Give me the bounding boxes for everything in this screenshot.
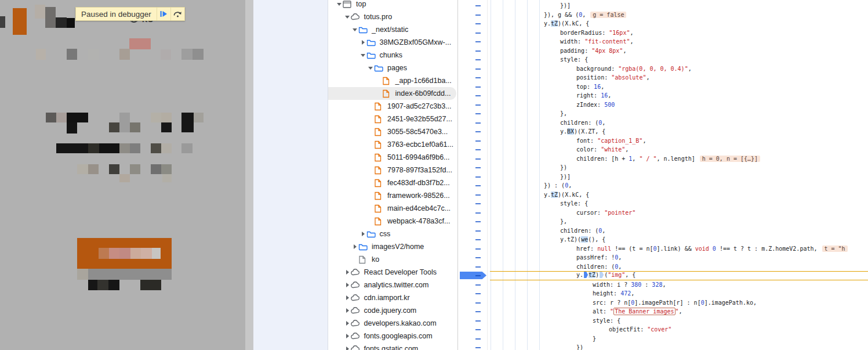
tree-item-react-developer-tools[interactable]: React Developer Tools <box>328 266 457 279</box>
code-line[interactable]: background: "rgba(0, 0, 0, 0.4)", <box>490 64 868 74</box>
chevron-down-icon[interactable] <box>344 13 351 20</box>
code-line[interactable]: } <box>490 334 868 344</box>
chevron-right-icon[interactable] <box>344 307 351 314</box>
tree-item-index-6b09fcdd-[interactable]: index-6b09fcdd... <box>328 87 456 100</box>
code-line[interactable]: y.tZ)(X.kC, { <box>490 19 868 28</box>
tree-item--next-static[interactable]: _next/static <box>328 23 457 36</box>
code-line[interactable]: href: null !== (t = n[0].link) && void 0… <box>490 244 868 254</box>
line-gutter-marker[interactable] <box>459 145 487 154</box>
code-line[interactable]: })] <box>490 1 868 10</box>
code-line[interactable]: zIndex: 500 <box>490 100 868 110</box>
tree-item-2451-9e32b55d27-[interactable]: 2451-9e32b55d27... <box>328 113 457 125</box>
chevron-right-icon[interactable] <box>344 294 351 301</box>
tree-item-3055-58c5470e3-[interactable]: 3055-58c5470e3... <box>328 125 457 138</box>
tree-item--app-1c66d1ba-[interactable]: _app-1c66d1ba... <box>328 74 457 87</box>
line-gutter-marker[interactable] <box>459 190 487 200</box>
line-gutter-marker[interactable] <box>459 136 487 146</box>
code-line[interactable]: style: { <box>490 55 868 64</box>
line-gutter-marker[interactable] <box>459 91 487 100</box>
tree-item-top[interactable]: top <box>328 0 457 10</box>
code-line[interactable]: cursor: "pointer" <box>490 208 868 218</box>
chevron-right-icon[interactable] <box>359 230 366 237</box>
tree-item-cdn-iamport-kr[interactable]: cdn.iamport.kr <box>328 291 457 304</box>
code-line[interactable]: children: [h + 1, " / ", n.length]h = 0,… <box>490 154 868 164</box>
code-line[interactable]: objectFit: "cover" <box>490 325 868 334</box>
tree-item-fec483df-db3f7b2-[interactable]: fec483df-db3f7b2... <box>328 176 457 189</box>
line-gutter-marker[interactable] <box>459 100 487 110</box>
line-gutter-marker[interactable] <box>459 1 487 10</box>
code-line[interactable]: })] <box>490 172 868 182</box>
code-line[interactable]: }), g && (0,g = false <box>490 10 868 20</box>
line-gutter-marker[interactable] <box>459 64 487 74</box>
line-gutter-marker[interactable] <box>459 244 487 254</box>
page-scrollbar[interactable] <box>245 0 253 350</box>
code-line[interactable]: padding: "4px 8px", <box>490 46 868 56</box>
line-gutter-marker[interactable] <box>459 163 487 172</box>
line-gutter-marker[interactable] <box>459 10 487 20</box>
line-gutter-marker[interactable] <box>459 73 487 82</box>
breakpoint-gutter[interactable] <box>459 0 488 350</box>
line-gutter-marker[interactable] <box>459 172 487 182</box>
paused-code-line[interactable]: y.tZ)("img", { <box>490 271 868 280</box>
line-gutter-marker[interactable] <box>459 37 487 46</box>
tree-item-5011-6994a6f9b6-[interactable]: 5011-6994a6f9b6... <box>328 151 457 164</box>
tree-item-totus-pro[interactable]: totus.pro <box>328 10 457 23</box>
line-gutter-marker[interactable] <box>459 235 487 244</box>
tree-item-1907-ad5c27c3b3-[interactable]: 1907-ad5c27c3b3... <box>328 100 457 113</box>
line-gutter-marker[interactable] <box>459 55 487 64</box>
line-gutter-marker[interactable] <box>459 280 487 290</box>
code-line[interactable]: y.BX)(X.ZT, { <box>490 127 868 136</box>
code-line[interactable]: y.tZ)(X.kC, { <box>490 190 868 200</box>
line-gutter-marker[interactable] <box>459 19 487 28</box>
line-gutter-marker[interactable] <box>459 217 487 226</box>
line-gutter-marker[interactable] <box>459 199 487 208</box>
tree-item-webpack-478a3cf-[interactable]: webpack-478a3cf... <box>328 215 457 228</box>
code-line[interactable]: children: (0, <box>490 262 868 272</box>
tree-item-code-jquery-com[interactable]: code.jquery.com <box>328 304 457 317</box>
chevron-right-icon[interactable] <box>344 282 351 288</box>
code-line[interactable]: passHref: !0, <box>490 253 868 262</box>
code-line[interactable]: y.tZ)(we(), { <box>490 235 868 244</box>
chevron-right-icon[interactable] <box>344 345 351 350</box>
code-line[interactable]: }, <box>490 109 868 118</box>
line-gutter-marker[interactable] <box>459 325 487 334</box>
line-gutter-marker[interactable] <box>459 253 487 262</box>
chevron-right-icon[interactable] <box>351 243 358 250</box>
chevron-down-icon[interactable] <box>359 52 366 59</box>
step-over-button[interactable] <box>170 8 184 20</box>
tree-item-fonts-gstatic-com[interactable]: fonts.gstatic.com <box>328 342 457 350</box>
code-line[interactable]: alt: "The Banner images", <box>490 307 868 316</box>
chevron-right-icon[interactable] <box>344 333 351 340</box>
code-line[interactable]: width: i ? 380 : 328, <box>490 280 868 290</box>
code-area[interactable]: })]}), g && (0,g = falsey.tZ)(X.kC, {bor… <box>490 0 868 350</box>
line-gutter-marker[interactable] <box>459 118 487 128</box>
chevron-right-icon[interactable] <box>344 269 351 276</box>
line-gutter-marker[interactable] <box>459 289 487 298</box>
tree-item-chunks[interactable]: chunks <box>328 49 457 62</box>
code-line[interactable]: }) <box>490 163 868 172</box>
tree-item-analytics-twitter-com[interactable]: analytics.twitter.com <box>328 279 457 291</box>
line-gutter-marker[interactable] <box>459 46 487 56</box>
code-line[interactable]: top: 16, <box>490 82 868 92</box>
line-gutter-marker[interactable] <box>459 109 487 118</box>
line-gutter-marker[interactable] <box>459 208 487 218</box>
line-gutter-marker[interactable] <box>459 28 487 38</box>
line-gutter-marker[interactable] <box>459 262 487 272</box>
resume-script-button[interactable] <box>157 8 170 20</box>
code-line[interactable]: children: (0, <box>490 118 868 128</box>
tree-item-pages[interactable]: pages <box>328 62 457 74</box>
line-gutter-marker[interactable] <box>459 307 487 316</box>
execution-position-marker[interactable] <box>584 272 588 278</box>
code-line[interactable]: }, <box>490 217 868 226</box>
line-gutter-marker[interactable] <box>459 343 487 350</box>
code-line[interactable]: children: (0, <box>490 226 868 236</box>
line-gutter-marker[interactable] <box>459 181 487 190</box>
line-gutter-marker[interactable] <box>459 316 487 326</box>
tree-item-developers-kakao-com[interactable]: developers.kakao.com <box>328 317 457 330</box>
line-gutter-marker[interactable] <box>459 226 487 236</box>
chevron-down-icon[interactable] <box>367 64 374 71</box>
tree-item-ko[interactable]: ko <box>328 253 457 266</box>
code-line[interactable]: position: "absolute", <box>490 73 868 82</box>
chevron-right-icon[interactable] <box>359 39 366 46</box>
code-line[interactable]: font: "caption_1_B", <box>490 136 868 146</box>
